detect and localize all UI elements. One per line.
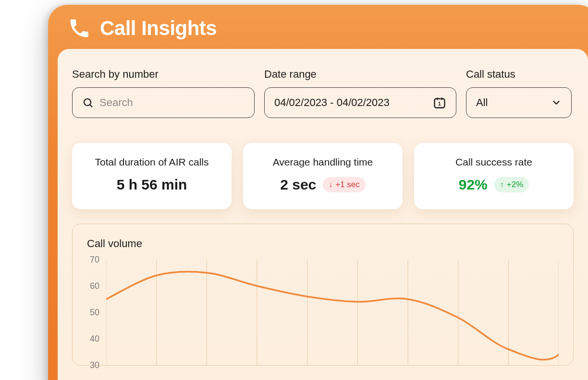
status-label: Call status: [466, 68, 572, 81]
kpi-title: Average handling time: [255, 156, 391, 168]
kpi-avg-handling-time: Average handling time 2 sec ↓ +1 sec: [243, 143, 403, 209]
content-panel: Search by number Date range 04/02/2023 -…: [58, 49, 588, 380]
kpi-value: 2 sec: [280, 177, 316, 193]
kpi-total-duration: Total duration of AIR calls 5 h 56 min: [72, 143, 232, 209]
delta-text: +1 sec: [335, 180, 360, 190]
arrow-down-icon: ↓: [329, 181, 332, 189]
call-volume-chart-card: Call volume 7060504030: [72, 224, 574, 366]
app-window: Call Insights Search by number Date rang…: [48, 5, 588, 380]
delta-badge: ↓ +1 sec: [323, 177, 366, 192]
kpi-success-rate: Call success rate 92% ↑ +2%: [414, 143, 574, 209]
kpi-title: Call success rate: [426, 156, 562, 168]
status-select[interactable]: All: [466, 87, 572, 118]
delta-text: +2%: [507, 180, 524, 190]
search-input[interactable]: [99, 96, 245, 109]
kpi-row: Total duration of AIR calls 5 h 56 min A…: [58, 143, 588, 224]
plot: [106, 260, 559, 365]
calendar-icon: 1: [433, 96, 446, 109]
daterange-value: 04/02/2023 - 04/02/2023: [274, 96, 427, 109]
chart-title: Call volume: [87, 238, 559, 250]
y-axis: 7060504030: [87, 260, 106, 365]
kpi-title: Total duration of AIR calls: [84, 156, 220, 168]
svg-line-1: [90, 105, 92, 107]
daterange-filter-group: Date range 04/02/2023 - 04/02/2023 1: [264, 68, 456, 118]
titlebar: Call Insights: [48, 5, 588, 49]
status-value: All: [476, 96, 545, 109]
search-filter-group: Search by number: [72, 68, 255, 118]
arrow-up-icon: ↑: [500, 181, 504, 189]
svg-text:1: 1: [438, 101, 441, 107]
svg-point-0: [84, 99, 91, 106]
search-label: Search by number: [72, 68, 255, 81]
page-title: Call Insights: [100, 17, 217, 40]
chart-area: 7060504030: [87, 260, 559, 365]
search-input-wrap[interactable]: [72, 87, 255, 118]
daterange-input[interactable]: 04/02/2023 - 04/02/2023 1: [264, 87, 456, 118]
daterange-label: Date range: [264, 68, 456, 81]
kpi-value: 92%: [459, 177, 488, 193]
chevron-down-icon: [551, 97, 562, 108]
delta-badge: ↑ +2%: [494, 177, 529, 192]
phone-icon: [67, 16, 91, 40]
status-filter-group: Call status All: [466, 68, 572, 118]
filters-bar: Search by number Date range 04/02/2023 -…: [58, 49, 588, 137]
kpi-value: 5 h 56 min: [117, 177, 187, 193]
search-icon: [82, 97, 94, 108]
